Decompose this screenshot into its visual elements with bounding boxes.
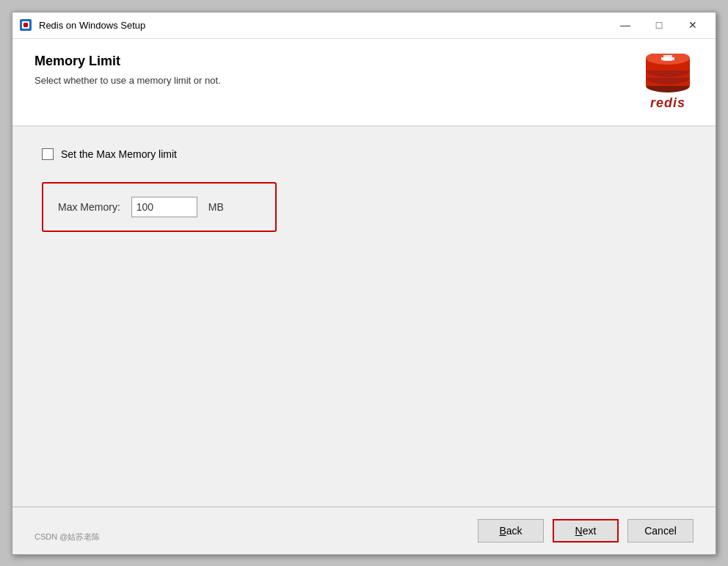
svg-rect-13 (661, 57, 674, 60)
maximize-button[interactable]: □ (642, 13, 676, 37)
memory-unit: MB (208, 201, 224, 213)
redis-logo-label: redis (650, 95, 685, 111)
minimize-button[interactable]: — (608, 13, 642, 37)
redis-logo: redis (642, 54, 694, 111)
checkbox-label[interactable]: Set the Max Memory limit (61, 148, 177, 160)
header-section: Memory Limit Select whether to use a mem… (12, 39, 716, 126)
main-content: Set the Max Memory limit Max Memory: MB (12, 126, 716, 507)
memory-label: Max Memory: (58, 201, 120, 213)
svg-rect-2 (23, 23, 28, 27)
redis-logo-icon (642, 54, 694, 94)
setup-window: Redis on Windows Setup — □ ✕ Memory Limi… (12, 12, 716, 555)
footer: CSDN @姑苏老陈 Back Next Cancel (12, 507, 716, 554)
max-memory-checkbox[interactable] (42, 148, 54, 160)
cancel-button[interactable]: Cancel (627, 519, 694, 543)
next-label: Next (575, 525, 597, 537)
window-controls: — □ ✕ (608, 13, 710, 37)
page-title: Memory Limit (34, 54, 627, 69)
window-title: Redis on Windows Setup (39, 20, 608, 31)
back-label: Back (499, 525, 522, 537)
header-text: Memory Limit Select whether to use a mem… (34, 54, 627, 86)
cancel-label: Cancel (644, 525, 677, 537)
close-button[interactable]: ✕ (676, 13, 710, 37)
memory-input[interactable] (131, 197, 197, 217)
title-bar: Redis on Windows Setup — □ ✕ (12, 12, 716, 39)
memory-limit-box: Max Memory: MB (42, 182, 277, 232)
page-subtitle: Select whether to use a memory limit or … (34, 75, 627, 86)
back-button[interactable]: Back (478, 519, 544, 543)
watermark: CSDN @姑苏老陈 (34, 531, 100, 543)
next-button[interactable]: Next (553, 519, 619, 543)
app-icon (18, 18, 33, 32)
checkbox-row: Set the Max Memory limit (42, 148, 686, 160)
